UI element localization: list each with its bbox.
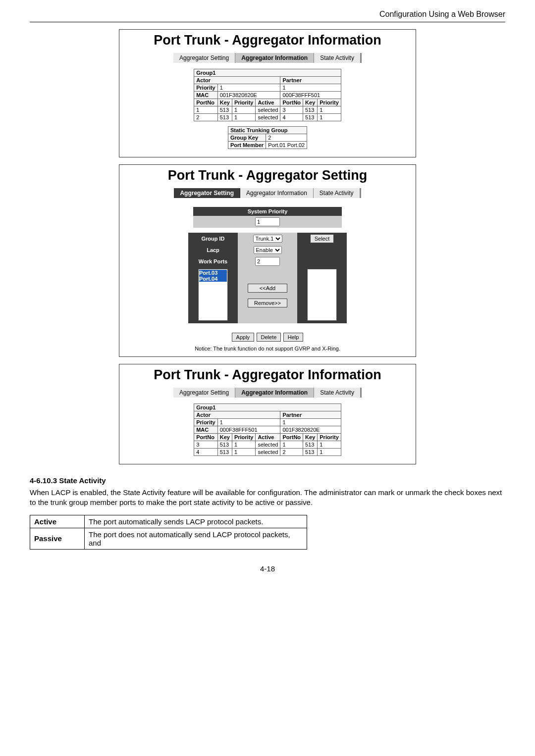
table-row: 3 513 1 selected 1 513 1 (194, 441, 341, 449)
col-portno-a: PortNo (194, 434, 218, 441)
tab-aggregator-info[interactable]: Aggregator Information (235, 388, 314, 398)
section-heading: 4-6.10.3 State Activity (30, 476, 505, 485)
col-priority-a: Priority (232, 99, 256, 106)
col-active-a: Active (256, 434, 280, 441)
cell: 4 (194, 449, 218, 456)
workports-label: Work Ports (188, 255, 238, 267)
actor-col: Actor (194, 411, 280, 419)
cell: 3 (194, 441, 218, 449)
partner-priority: 1 (280, 84, 341, 92)
static-key-label: Group Key (228, 134, 266, 142)
actor-priority: 1 (217, 84, 280, 92)
group-id-select[interactable]: Trunk.1 (253, 235, 282, 243)
static-member-label: Port Member (228, 142, 266, 149)
cell: selected (256, 106, 280, 114)
notice-text: Notice: The trunk function do not suppor… (119, 346, 416, 352)
cell: 513 (217, 114, 232, 121)
cell: 513 (217, 106, 232, 114)
priority-label: Priority (194, 419, 218, 426)
apply-button[interactable]: Apply (232, 333, 255, 342)
partner-mac: 001F3820820E (280, 426, 341, 434)
cell: 2 (280, 449, 303, 456)
help-button[interactable]: Help (283, 333, 304, 342)
panel-title: Port Trunk - Aggregator Setting (119, 168, 416, 183)
static-key-val: 2 (266, 134, 307, 142)
panel-title: Port Trunk - Aggregator Information (119, 367, 416, 383)
aggregator-info-panel: Port Trunk - Aggregator Information Aggr… (119, 29, 416, 157)
tab-state-activity[interactable]: State Activity (314, 188, 361, 198)
partner-col: Partner (280, 77, 341, 84)
tab-state-activity[interactable]: State Activity (314, 388, 362, 398)
partner-mac: 000F38FFF501 (280, 92, 341, 99)
tab-bar: Aggregator Setting Aggregator Informatio… (129, 53, 406, 63)
add-button[interactable]: <<Add (248, 284, 287, 293)
page-number: 4-18 (30, 564, 505, 573)
cell: 513 (303, 106, 318, 114)
col-key-p: Key (303, 99, 318, 106)
cell: 513 (303, 449, 318, 456)
cell: selected (256, 449, 280, 456)
section-text: When LACP is enabled, the State Activity… (30, 488, 505, 508)
actor-priority: 1 (217, 419, 280, 426)
table-row: 4 513 1 selected 2 513 1 (194, 449, 341, 456)
group-id-label: Group ID (188, 233, 238, 245)
tab-aggregator-info[interactable]: Aggregator Information (235, 53, 314, 63)
col-portno-a: PortNo (194, 99, 218, 106)
cell: 2 (194, 114, 218, 121)
cell: 1 (318, 106, 341, 114)
cell: 1 (280, 441, 303, 449)
lacp-select[interactable]: Enable (254, 246, 282, 254)
cell: 513 (303, 441, 318, 449)
selected-ports-list[interactable]: Port.03 Port.04 (198, 269, 228, 321)
cell: 1 (318, 114, 341, 121)
col-active-a: Active (256, 99, 280, 106)
priority-label: Priority (194, 84, 218, 92)
state-passive-desc: The port does not automatically send LAC… (85, 528, 307, 549)
col-priority-p: Priority (318, 99, 341, 106)
static-group-title: Static Trunking Group (228, 127, 307, 134)
col-key-a: Key (217, 99, 232, 106)
actor-mac: 000F38FFF501 (217, 426, 280, 434)
sys-priority-input[interactable] (255, 217, 280, 226)
cell: selected (256, 441, 280, 449)
mac-label: MAC (194, 426, 218, 434)
state-active-desc: The port automatically sends LACP protoc… (85, 515, 307, 528)
group-header: Group1 (194, 404, 341, 411)
page-header: Configuration Using a Web Browser (30, 10, 505, 22)
tab-bar: Aggregator Setting Aggregator Informatio… (129, 188, 406, 198)
cell: 1 (232, 441, 256, 449)
tab-state-activity[interactable]: State Activity (314, 53, 362, 63)
list-item[interactable]: Port.06 (308, 288, 336, 294)
available-ports-list[interactable]: Port.01 Port.02 Port.05 Port.06 (307, 269, 337, 321)
remove-button[interactable]: Remove>> (248, 299, 287, 307)
cell: 513 (303, 114, 318, 121)
delete-button[interactable]: Delete (257, 333, 281, 342)
aggregator-info-panel-2: Port Trunk - Aggregator Information Aggr… (119, 364, 416, 464)
select-button[interactable]: Select (310, 234, 334, 243)
tab-aggregator-setting[interactable]: Aggregator Setting (173, 388, 235, 398)
cell: selected (256, 114, 280, 121)
cell: 1 (194, 106, 218, 114)
static-member-val: Port.01 Port.02 (266, 142, 307, 149)
mac-label: MAC (194, 92, 218, 99)
list-item[interactable]: Port.04 (199, 276, 227, 282)
tab-aggregator-setting[interactable]: Aggregator Setting (173, 53, 235, 63)
col-priority-a: Priority (232, 434, 256, 441)
cell: 1 (232, 449, 256, 456)
list-item[interactable]: Port.03 (199, 270, 227, 276)
cell: 1 (318, 441, 341, 449)
col-key-a: Key (217, 434, 232, 441)
sys-priority-label: System Priority (193, 207, 342, 216)
tab-bar: Aggregator Setting Aggregator Informatio… (129, 388, 406, 398)
list-item[interactable]: Port.01 (308, 270, 336, 276)
list-item[interactable]: Port.05 (308, 282, 336, 288)
group-info-table: Group1 Actor Partner Priority 1 1 MAC 00… (194, 403, 341, 456)
col-portno-p: PortNo (280, 99, 303, 106)
table-row: 2 513 1 selected 4 513 1 (194, 114, 341, 121)
list-item[interactable]: Port.02 (308, 276, 336, 282)
tab-aggregator-info[interactable]: Aggregator Information (240, 188, 314, 198)
table-row: 1 513 1 selected 3 513 1 (194, 106, 341, 114)
tab-aggregator-setting[interactable]: Aggregator Setting (174, 188, 240, 198)
workports-input[interactable] (255, 257, 280, 266)
cell: 1 (232, 114, 256, 121)
